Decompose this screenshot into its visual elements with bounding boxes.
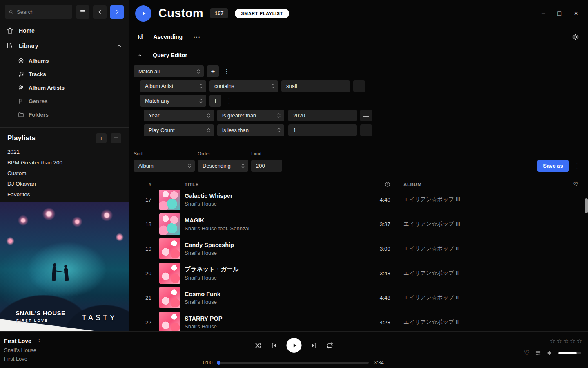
forward-button[interactable] — [110, 5, 124, 19]
add-playlist-button[interactable]: + — [96, 133, 107, 143]
now-playing-album-art[interactable]: SNAIL'S HOUSE FIRST LOVE TASTY — [0, 202, 129, 331]
playlist-item[interactable]: Favorites — [0, 189, 129, 200]
queue-button[interactable] — [535, 350, 541, 356]
star-icon[interactable]: ☆ — [564, 337, 569, 345]
rule-value-input[interactable] — [281, 80, 350, 92]
next-track-button[interactable] — [311, 342, 317, 349]
sidebar-item-tracks[interactable]: Tracks — [18, 67, 129, 81]
collapse-chevron-up-icon[interactable] — [116, 43, 122, 49]
scrollbar-thumb[interactable] — [585, 198, 588, 213]
query-editor-collapse-button[interactable] — [134, 49, 146, 61]
star-icon[interactable]: ☆ — [557, 337, 562, 345]
track-row[interactable]: 22 STARRY POP Snail's House 4:28 エイリアン☆ポ… — [129, 310, 588, 331]
playlist-item[interactable]: DJ Okawari — [0, 178, 129, 189]
column-header-album[interactable]: ALBUM — [403, 182, 567, 187]
column-header-number[interactable]: # — [134, 182, 153, 187]
track-row[interactable]: 21 Cosmo Funk Snail's House 4:48 エイリアン☆ポ… — [129, 285, 588, 310]
match-mode-select[interactable]: Match all — [134, 65, 204, 77]
playlists-header: Playlists + — [0, 129, 129, 146]
settings-button[interactable] — [572, 34, 579, 40]
repeat-button[interactable] — [326, 342, 334, 349]
track-row[interactable]: 17 Galactic Whisper Snail's House 4:40 エ… — [129, 190, 588, 212]
previous-track-button[interactable] — [271, 342, 278, 349]
track-artist: Snail's House feat. Sennzai — [185, 225, 366, 231]
playlist-item[interactable]: 2021 — [0, 146, 129, 157]
sidebar-item-home[interactable]: Home — [0, 23, 129, 38]
favorite-button[interactable]: ♡ — [524, 350, 530, 356]
star-icon[interactable]: ☆ — [570, 337, 575, 345]
play-pause-button[interactable] — [287, 338, 302, 353]
remove-rule-button[interactable]: — — [360, 124, 372, 136]
rule-value-input[interactable] — [288, 124, 357, 136]
track-thumbnail[interactable] — [159, 213, 180, 235]
match-mode-select[interactable]: Match any — [140, 95, 206, 107]
rule-operator-select[interactable]: contains — [209, 80, 278, 92]
sort-field-button[interactable]: Id — [138, 34, 143, 40]
track-album[interactable]: エイリアン☆ポップ II — [403, 319, 567, 326]
toolbar-more-button[interactable]: ⋯ — [193, 33, 200, 41]
star-icon[interactable]: ☆ — [550, 337, 555, 345]
add-rule-button[interactable]: + — [207, 65, 219, 77]
sort-select[interactable]: Album — [134, 160, 195, 172]
play-playlist-button[interactable] — [135, 5, 151, 22]
add-rule-button[interactable]: + — [209, 95, 221, 107]
track-thumbnail[interactable] — [159, 287, 180, 308]
rule-field-select[interactable]: Play Count — [144, 124, 214, 136]
menu-button[interactable] — [76, 5, 89, 19]
sidebar-item-folders[interactable]: Folders — [18, 108, 129, 121]
group-menu-button[interactable]: ⋮ — [222, 65, 231, 77]
seek-bar[interactable] — [218, 362, 369, 364]
maximize-button[interactable]: □ — [557, 10, 561, 17]
track-row[interactable]: 19 Candy Spaceship Snail's House 3:09 エイ… — [129, 236, 588, 261]
playlist-item[interactable]: Custom — [0, 168, 129, 178]
remove-rule-button[interactable]: — — [353, 80, 365, 92]
column-header-duration[interactable] — [366, 182, 390, 187]
star-icon[interactable]: ☆ — [577, 337, 582, 345]
group-menu-button[interactable]: ⋮ — [225, 95, 234, 107]
column-header-favorite[interactable]: ♡ — [567, 181, 585, 188]
search-input[interactable] — [17, 9, 69, 15]
track-album[interactable]: エイリアン☆ポップ II — [403, 294, 567, 301]
track-album[interactable]: エイリアン☆ポップ III — [403, 196, 567, 203]
volume-slider[interactable] — [558, 352, 581, 354]
sidebar-item-albums[interactable]: Albums — [18, 54, 129, 67]
now-playing-menu-button[interactable]: ⋮ — [36, 338, 42, 344]
column-header-title[interactable]: TITLE — [185, 182, 366, 187]
track-album-focused[interactable]: エイリアン☆ポップ II — [403, 269, 567, 277]
rule-field-select[interactable]: Album Artist — [140, 80, 206, 92]
playlist-options-button[interactable] — [111, 133, 121, 143]
remove-rule-button[interactable]: — — [360, 110, 372, 121]
limit-input[interactable] — [251, 160, 282, 172]
sidebar-item-library[interactable]: Library — [0, 38, 129, 53]
save-as-label: Save as — [543, 163, 563, 169]
track-album[interactable]: エイリアン☆ポップ III — [403, 220, 567, 228]
track-row[interactable]: 20 プラネット・ガール Snail's House 3:48 エイリアン☆ポッ… — [129, 261, 588, 285]
order-select[interactable]: Descending — [198, 160, 248, 172]
save-as-button[interactable]: Save as — [537, 160, 569, 172]
track-row[interactable]: 18 MAGIK Snail's House feat. Sennzai 3:3… — [129, 212, 588, 236]
track-thumbnail[interactable] — [159, 263, 180, 284]
track-album[interactable]: エイリアン☆ポップ II — [403, 245, 567, 252]
rule-value-input[interactable] — [288, 110, 357, 121]
sidebar-item-album-artists[interactable]: Album Artists — [18, 81, 129, 94]
seek-handle[interactable] — [217, 361, 220, 365]
close-button[interactable]: × — [574, 9, 578, 17]
now-playing-info: First Love ⋮ Snail's House First Love — [4, 338, 42, 362]
track-thumbnail[interactable] — [159, 238, 180, 259]
track-thumbnail[interactable] — [159, 312, 180, 331]
playlist-item[interactable]: BPM Greater than 200 — [0, 157, 129, 168]
sidebar-item-genres[interactable]: Genres — [18, 94, 129, 108]
limit-label: Limit — [251, 151, 282, 157]
volume-button[interactable] — [546, 350, 553, 356]
shuffle-button[interactable] — [255, 342, 262, 349]
sort-menu-button[interactable]: ⋮ — [572, 160, 581, 172]
playlists-heading: Playlists — [7, 134, 92, 142]
track-thumbnail[interactable] — [159, 190, 180, 210]
rule-operator-select[interactable]: is greater than — [217, 110, 284, 121]
search-box[interactable] — [5, 5, 72, 19]
sort-order-button[interactable]: Ascending — [153, 34, 183, 40]
rule-field-select[interactable]: Year — [144, 110, 214, 121]
minimize-button[interactable]: − — [541, 10, 545, 17]
rule-operator-select[interactable]: is less than — [217, 124, 284, 136]
back-button[interactable] — [93, 5, 107, 19]
